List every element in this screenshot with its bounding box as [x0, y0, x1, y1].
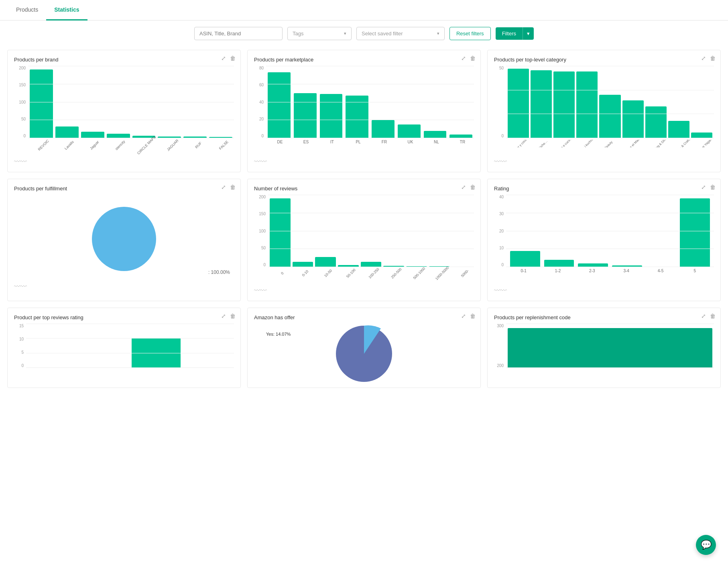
tags-dropdown[interactable]: Tags ▾ — [287, 27, 352, 40]
bar-rev-7 — [429, 195, 450, 267]
bar-stencity — [107, 66, 130, 138]
bar-chart-category: 500 — [494, 66, 714, 158]
bar-rev-8 — [451, 195, 472, 267]
chart-actions: ⤢ 🗑 — [461, 184, 476, 190]
filters-arrow-button[interactable]: ▾ — [523, 27, 534, 40]
chart-actions: ⤢ 🗑 — [701, 184, 716, 190]
bar-toprat-2 — [80, 324, 129, 368]
tab-products[interactable]: Products — [8, 0, 46, 20]
scroll-indicator: 〰〰 — [494, 287, 714, 294]
bar-cat7 — [645, 66, 667, 138]
expand-icon[interactable]: ⤢ — [701, 55, 706, 61]
bar-toprat-1 — [28, 324, 77, 368]
bar-ruf — [183, 66, 207, 138]
bar-rev-0 — [270, 195, 291, 267]
delete-icon[interactable]: 🗑 — [710, 55, 716, 61]
tab-statistics[interactable]: Statistics — [46, 0, 87, 20]
tags-label: Tags — [293, 31, 303, 37]
bar-toprat-3 — [132, 324, 181, 368]
bar-circle-maps — [132, 66, 156, 138]
expand-icon[interactable]: ⤢ — [461, 313, 466, 319]
delete-icon[interactable]: 🗑 — [230, 55, 236, 61]
delete-icon[interactable]: 🗑 — [710, 184, 716, 190]
chart-amazon-has-offer: Amazon has offer ⤢ 🗑 Yes: 14.07% — [247, 308, 481, 388]
bar-nl — [424, 66, 447, 138]
chart-products-per-brand: Products per brand ⤢ 🗑 200150100500 — [7, 50, 241, 172]
chart-actions: ⤢ 🗑 — [221, 184, 236, 190]
scroll-indicator: 〰〰 — [14, 283, 234, 290]
bar-cat4 — [576, 66, 598, 138]
chart-actions: ⤢ 🗑 — [461, 313, 476, 319]
bar-rat-5 — [646, 195, 676, 267]
chart-actions: ⤢ 🗑 — [221, 55, 236, 61]
chart-title: Products per brand — [14, 57, 234, 63]
chart-rating: Rating ⤢ 🗑 403020100 — [487, 179, 721, 301]
chart-products-per-replenishment: Products per replenishment code ⤢ 🗑 3002… — [487, 308, 721, 388]
bar-cat3 — [553, 66, 575, 138]
chart-actions: ⤢ 🗑 — [701, 313, 716, 319]
bar-es — [294, 66, 317, 138]
search-input[interactable] — [194, 27, 283, 40]
bar-cat5 — [599, 66, 620, 138]
bar-it — [320, 66, 343, 138]
chart-products-per-marketplace: Products per marketplace ⤢ 🗑 806040200 — [247, 50, 481, 172]
bar-fr — [372, 66, 395, 138]
filters-button-group: Filters ▾ — [496, 27, 534, 40]
saved-filter-chevron-icon: ▾ — [437, 31, 439, 36]
expand-icon[interactable]: ⤢ — [461, 55, 466, 61]
scroll-indicator: 〰〰 — [254, 158, 474, 165]
filters-button[interactable]: Filters — [496, 27, 523, 40]
bar-chart-marketplace: 806040200 — [254, 66, 474, 158]
bar-chart-replenishment: 300200 — [494, 324, 714, 376]
bar-rev-5 — [383, 195, 404, 267]
bar-rev-4 — [361, 195, 382, 267]
bar-tr — [449, 66, 472, 138]
expand-icon[interactable]: ⤢ — [701, 184, 706, 190]
bar-rat-1 — [510, 195, 540, 267]
chart-title: Products per fulfillment — [14, 186, 234, 192]
chart-title: Rating — [494, 186, 714, 192]
bar-revoic — [30, 66, 53, 138]
charts-row-2: Products per fulfillment ⤢ 🗑 : 100.00% 〰… — [0, 175, 728, 304]
expand-icon[interactable]: ⤢ — [221, 184, 226, 190]
expand-icon[interactable]: ⤢ — [701, 313, 706, 319]
chart-title: Number of reviews — [254, 186, 474, 192]
expand-icon[interactable]: ⤢ — [221, 55, 226, 61]
bar-uk — [398, 66, 421, 138]
expand-icon[interactable]: ⤢ — [221, 313, 226, 319]
bar-chart-rating: 403020100 — [494, 195, 714, 287]
bar-chart-top-rating: 151050 — [14, 324, 234, 376]
svg-point-0 — [92, 207, 156, 271]
delete-icon[interactable]: 🗑 — [470, 313, 476, 319]
bar-cat6 — [622, 66, 644, 138]
filter-bar: Tags ▾ Select saved filter ▾ Reset filte… — [0, 20, 728, 47]
expand-icon[interactable]: ⤢ — [461, 184, 466, 190]
scroll-indicator: 〰〰 — [14, 158, 234, 165]
bar-jaguar2 — [158, 66, 181, 138]
tags-chevron-icon: ▾ — [344, 31, 346, 36]
delete-icon[interactable]: 🗑 — [230, 313, 236, 319]
scroll-indicator: 〰〰 — [494, 158, 714, 165]
bar-jaguar — [81, 66, 104, 138]
bar-chart-products-per-brand: 200150100500 — [14, 66, 234, 158]
bar-replen-1 — [508, 324, 712, 368]
scroll-indicator: 〰〰 — [254, 287, 474, 294]
reset-filters-button[interactable]: Reset filters — [449, 27, 491, 40]
delete-icon[interactable]: 🗑 — [470, 55, 476, 61]
saved-filter-dropdown[interactable]: Select saved filter ▾ — [356, 27, 445, 40]
chart-products-per-category: Products per top-level category ⤢ 🗑 500 — [487, 50, 721, 172]
bar-cat2 — [531, 66, 552, 138]
chart-top-reviews-rating: Product per top reviews rating ⤢ 🗑 15105… — [7, 308, 241, 388]
pie-chart-fulfillment: : 100.00% — [14, 195, 234, 283]
chart-number-of-reviews: Number of reviews ⤢ 🗑 200150100500 — [247, 179, 481, 301]
bar-lavalis — [55, 66, 79, 138]
bar-rev-3 — [338, 195, 359, 267]
delete-icon[interactable]: 🗑 — [230, 184, 236, 190]
chart-actions: ⤢ 🗑 — [221, 313, 236, 319]
delete-icon[interactable]: 🗑 — [470, 184, 476, 190]
bar-rev-1 — [293, 195, 313, 267]
bar-cat8 — [668, 66, 689, 138]
bar-rev-6 — [406, 195, 427, 267]
chart-title: Product per top reviews rating — [14, 314, 234, 320]
delete-icon[interactable]: 🗑 — [710, 313, 716, 319]
